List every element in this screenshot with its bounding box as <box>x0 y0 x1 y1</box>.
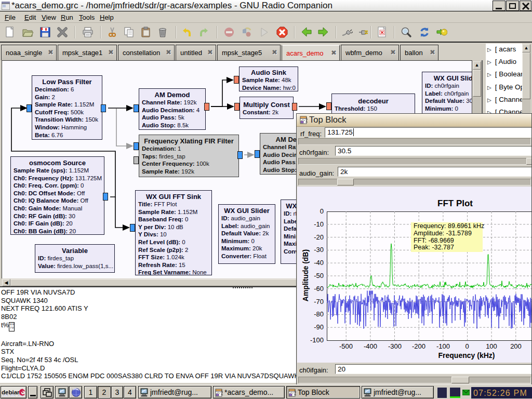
svg-text:debian: debian <box>2 389 21 395</box>
